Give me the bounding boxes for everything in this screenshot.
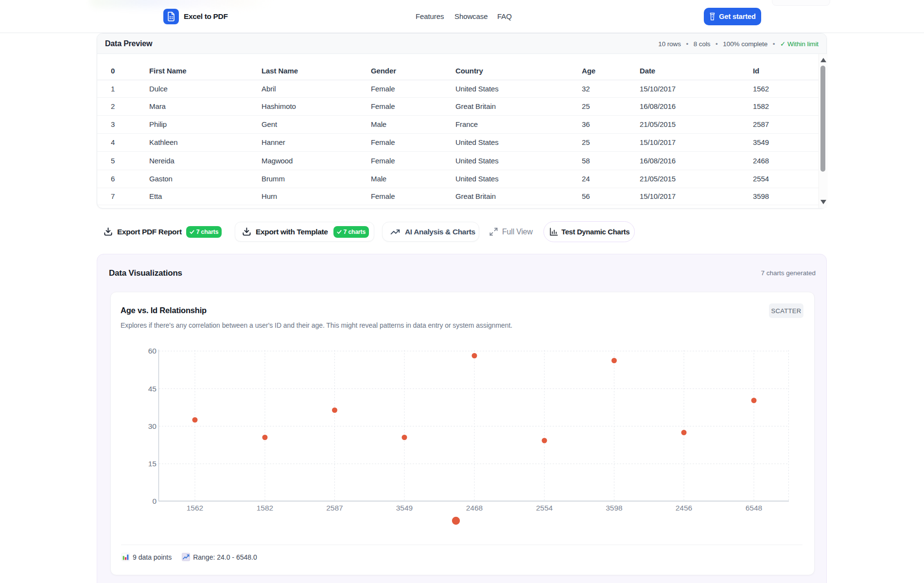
svg-text:30: 30 (148, 422, 157, 430)
svg-text:0: 0 (152, 497, 157, 505)
svg-text:1562: 1562 (187, 504, 203, 512)
svg-text:2587: 2587 (326, 504, 343, 512)
svg-text:2554: 2554 (536, 504, 553, 512)
svg-text:60: 60 (148, 347, 157, 355)
svg-text:2468: 2468 (466, 504, 483, 512)
svg-text:1582: 1582 (257, 504, 273, 512)
svg-text:3598: 3598 (606, 504, 622, 512)
svg-text:15: 15 (148, 459, 157, 468)
svg-text:3549: 3549 (396, 504, 413, 512)
svg-text:6548: 6548 (746, 504, 762, 512)
svg-text:45: 45 (148, 385, 157, 393)
svg-text:2456: 2456 (676, 504, 692, 512)
